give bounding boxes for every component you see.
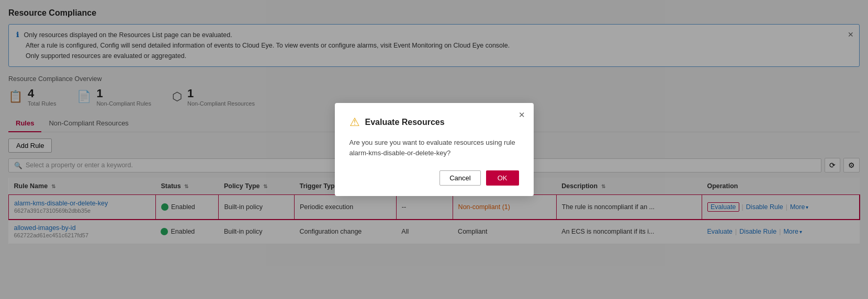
- modal-body: Are you sure you want to evaluate resour…: [350, 137, 519, 158]
- modal-ok-button[interactable]: OK: [486, 170, 519, 186]
- modal-footer: Cancel OK: [350, 170, 519, 186]
- modal-cancel-button[interactable]: Cancel: [439, 170, 480, 186]
- modal-box: ✕ ⚠ Evaluate Resources Are you sure you …: [335, 103, 534, 196]
- modal-close-icon[interactable]: ✕: [518, 110, 525, 120]
- modal-title: Evaluate Resources: [365, 118, 445, 127]
- modal-overlay: ✕ ⚠ Evaluate Resources Are you sure you …: [0, 0, 868, 252]
- modal-header: ⚠ Evaluate Resources: [350, 116, 519, 129]
- warning-icon: ⚠: [350, 116, 360, 129]
